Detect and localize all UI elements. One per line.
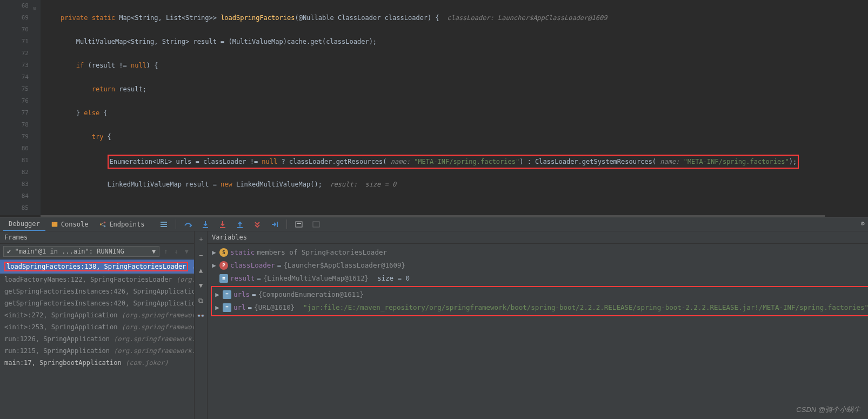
var-row[interactable]: ▶≡ url = {URL@1610} "jar:file:/E:/maven_… bbox=[214, 301, 868, 314]
new-watch-icon[interactable]: ＋ bbox=[198, 235, 204, 244]
highlight-box: Enumeration<URL> urls = classLoader != n… bbox=[108, 155, 799, 169]
var-row[interactable]: ▶≡ urls = {CompoundEnumeration@1611} bbox=[214, 288, 868, 301]
debug-toolbar bbox=[158, 219, 322, 230]
up-icon[interactable]: ▲ bbox=[199, 267, 203, 274]
frame-item[interactable]: main:17, SpringbootApplication (com.joke… bbox=[0, 357, 194, 369]
variables-title: Variables bbox=[208, 231, 868, 244]
endpoints-icon bbox=[99, 221, 106, 228]
glasses-icon[interactable]: 👓 bbox=[197, 312, 205, 320]
step-over-icon[interactable] bbox=[183, 219, 193, 230]
remove-watch-icon[interactable]: − bbox=[199, 251, 203, 259]
thread-selector[interactable]: ✔ "main"@1 in ...ain": RUNNING▼ bbox=[3, 246, 159, 257]
inline-hint: classLoader: Launcher$AppClassLoader@160… bbox=[447, 14, 607, 22]
filter-icon[interactable]: ▼ bbox=[183, 248, 191, 255]
drop-frame-icon[interactable] bbox=[252, 219, 263, 230]
svg-rect-5 bbox=[296, 222, 302, 227]
debug-tool-window: Debugger Console Endpoints ⚙ Frames ✔ "m… bbox=[0, 217, 868, 419]
var-row[interactable]: ▶P classLoader = {Launcher$AppClassLoade… bbox=[211, 259, 868, 272]
inline-hint: result: size = 0 bbox=[330, 181, 396, 188]
variables-pane: ＋ − ▲ ▼ ⧉ 👓 Variables ▶S static members … bbox=[195, 231, 868, 419]
frame-item[interactable]: <init>:272, SpringApplication (org.sprin… bbox=[0, 309, 194, 321]
frames-title: Frames bbox=[0, 231, 194, 244]
layout-icon[interactable] bbox=[158, 219, 169, 230]
frames-pane: Frames ✔ "main"@1 in ...ain": RUNNING▼ ↑… bbox=[0, 231, 195, 419]
watermark: CSDN @骑个小蜗牛 bbox=[796, 405, 860, 415]
svg-point-1 bbox=[52, 222, 54, 223]
prev-frame-icon[interactable]: ↑ bbox=[162, 248, 170, 255]
force-step-into-icon[interactable] bbox=[217, 219, 228, 230]
trace-icon[interactable] bbox=[311, 219, 322, 230]
frame-item[interactable]: run:1215, SpringApplication (org.springf… bbox=[0, 345, 194, 357]
frames-list[interactable]: loadSpringFactories:138, SpringFactories… bbox=[0, 260, 194, 419]
console-icon bbox=[51, 221, 58, 228]
code-editor[interactable]: 68⊟ 697071 727374 757677 78 79✔ 808182 8… bbox=[0, 0, 868, 215]
svg-rect-6 bbox=[297, 223, 301, 224]
down-icon[interactable]: ▼ bbox=[199, 282, 203, 289]
tab-endpoints[interactable]: Endpoints bbox=[94, 218, 150, 230]
tool-header: Debugger Console Endpoints ⚙ bbox=[0, 217, 868, 231]
highlight-box: ▶≡ urls = {CompoundEnumeration@1611} ▶≡ … bbox=[211, 286, 868, 316]
frame-item[interactable]: run:1226, SpringApplication (org.springf… bbox=[0, 333, 194, 345]
vars-side-tools: ＋ − ▲ ▼ ⧉ 👓 bbox=[195, 231, 208, 419]
static-icon: S bbox=[219, 248, 228, 257]
var-icon: ≡ bbox=[219, 274, 228, 283]
gear-icon[interactable]: ⚙ bbox=[861, 220, 865, 227]
var-icon: ≡ bbox=[223, 303, 231, 312]
tab-debugger[interactable]: Debugger bbox=[3, 218, 45, 231]
step-out-icon[interactable] bbox=[235, 219, 245, 230]
var-row[interactable]: ≡ result = {LinkedMultiValueMap@1612} si… bbox=[211, 272, 868, 285]
step-into-icon[interactable] bbox=[200, 219, 211, 230]
frame-item[interactable]: loadSpringFactories:138, SpringFactories… bbox=[0, 260, 194, 274]
code-content[interactable]: private static Map<String, List<String>>… bbox=[41, 0, 868, 215]
tab-console[interactable]: Console bbox=[45, 218, 94, 230]
frame-item[interactable]: <init>:253, SpringApplication (org.sprin… bbox=[0, 321, 194, 333]
svg-rect-0 bbox=[52, 222, 58, 227]
var-icon: ≡ bbox=[223, 290, 231, 299]
gutter: 68⊟ 697071 727374 757677 78 79✔ 808182 8… bbox=[0, 0, 41, 215]
param-icon: P bbox=[219, 261, 228, 270]
var-row[interactable]: ▶S static members of SpringFactoriesLoad… bbox=[211, 246, 868, 259]
variables-list[interactable]: ▶S static members of SpringFactoriesLoad… bbox=[208, 244, 868, 419]
run-to-cursor-icon[interactable] bbox=[269, 219, 280, 230]
evaluate-icon[interactable] bbox=[293, 219, 304, 230]
next-frame-icon[interactable]: ↓ bbox=[172, 248, 181, 255]
frame-item[interactable]: getSpringFactoriesInstances:426, SpringA… bbox=[0, 285, 194, 297]
copy-icon[interactable]: ⧉ bbox=[198, 297, 203, 304]
frame-item[interactable]: loadFactoryNames:122, SpringFactoriesLoa… bbox=[0, 274, 194, 285]
frame-item[interactable]: getSpringFactoriesInstances:420, SpringA… bbox=[0, 297, 194, 309]
svg-rect-7 bbox=[313, 222, 319, 227]
